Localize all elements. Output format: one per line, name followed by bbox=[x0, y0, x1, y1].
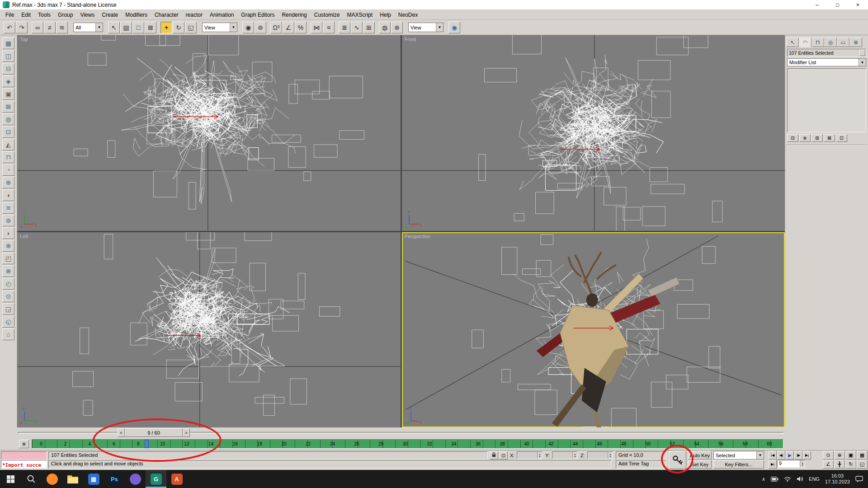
remove-modifier-icon[interactable]: ⊠ bbox=[824, 134, 835, 142]
spinner-icon[interactable]: ▴▾ bbox=[572, 452, 577, 459]
reactor-water-icon[interactable]: ≋ bbox=[2, 202, 14, 214]
tab-modify[interactable]: ◠ bbox=[799, 38, 811, 47]
menu-character[interactable]: Character bbox=[151, 11, 182, 19]
taskbar-photoshop-icon[interactable]: Ps bbox=[104, 470, 125, 488]
chevron-down-icon[interactable]: ▼ bbox=[95, 23, 103, 32]
material-editor-icon[interactable]: ◍ bbox=[379, 22, 391, 33]
reactor-linear-dashpot-icon[interactable]: ⊡ bbox=[2, 126, 14, 138]
network-icon[interactable] bbox=[784, 476, 791, 482]
configure-modifier-sets-icon[interactable]: ⊡ bbox=[836, 134, 847, 142]
menu-maxscript[interactable]: MAXScript bbox=[343, 11, 376, 19]
clock[interactable]: 16:03 17.10.2023 bbox=[825, 473, 850, 485]
current-frame-input[interactable]: 9 ▴▾ bbox=[777, 460, 805, 468]
reactor-toy-car-icon[interactable]: ⊛ bbox=[2, 177, 14, 188]
spinner-icon[interactable]: ▴▾ bbox=[537, 452, 542, 459]
viewport-left[interactable]: Left z y x bbox=[17, 232, 401, 428]
viewport-perspective[interactable]: Perspective z x y bbox=[402, 232, 785, 428]
mirror-icon[interactable]: ⋈ bbox=[311, 22, 322, 33]
absolute-offset-toggle-icon[interactable]: ⊡ bbox=[499, 451, 508, 460]
key-mode-toggle-icon[interactable]: ▶| bbox=[769, 460, 777, 469]
unlink-selection-icon[interactable]: ≠ bbox=[44, 22, 56, 33]
taskbar-3dsmax-icon[interactable]: G bbox=[146, 470, 166, 488]
spinner-icon[interactable]: ▴▾ bbox=[608, 452, 613, 459]
tab-motion[interactable]: ◎ bbox=[824, 38, 837, 47]
arc-rotate-icon[interactable]: ↻ bbox=[845, 460, 856, 469]
maxscript-mini-listener-macro[interactable] bbox=[1, 451, 47, 460]
reactor-soft-body-collection-icon[interactable]: ⊟ bbox=[2, 63, 14, 75]
render-type-dropdown[interactable]: View▼ bbox=[408, 23, 443, 32]
reactor-plane-icon[interactable]: ⊠ bbox=[2, 101, 14, 113]
select-and-scale-icon[interactable]: ◱ bbox=[185, 22, 197, 33]
angle-snap-icon[interactable]: ∠ bbox=[283, 22, 294, 33]
pan-view-icon[interactable]: ╋ bbox=[834, 460, 845, 469]
x-coordinate-input[interactable]: ▴▾ bbox=[517, 451, 542, 459]
zoom-all-icon[interactable]: ⊕ bbox=[834, 451, 845, 460]
select-and-rotate-icon[interactable]: ↻ bbox=[173, 22, 184, 33]
percent-snap-icon[interactable]: % bbox=[295, 22, 307, 33]
select-and-move-icon[interactable]: + bbox=[160, 22, 172, 33]
add-time-tag-button[interactable]: Add Time Tag bbox=[616, 460, 666, 469]
curve-editor-icon[interactable]: ∿ bbox=[351, 22, 363, 33]
start-button[interactable] bbox=[0, 470, 21, 488]
taskbar-autodesk-app-icon[interactable]: A bbox=[166, 470, 187, 488]
taskbar-media-icon[interactable] bbox=[125, 470, 146, 488]
viewport-front[interactable]: Front z x y bbox=[402, 35, 785, 231]
set-key-button[interactable]: Set Key bbox=[688, 460, 712, 469]
modifier-list-dropdown[interactable]: Modifier List ▼ bbox=[787, 58, 866, 66]
next-frame-button[interactable]: > bbox=[183, 428, 190, 437]
previous-frame-button[interactable]: < bbox=[118, 428, 125, 437]
close-button[interactable]: × bbox=[848, 0, 868, 9]
reactor-spring-icon[interactable]: ◍ bbox=[2, 113, 14, 125]
go-to-start-icon[interactable]: |◀ bbox=[769, 451, 777, 460]
zoom-extents-all-icon[interactable]: ▦ bbox=[857, 451, 868, 460]
reactor-point-path-constraint-icon[interactable]: ⊙ bbox=[2, 291, 14, 302]
select-by-name-icon[interactable]: ▤ bbox=[120, 22, 132, 33]
menu-graph-editors[interactable]: Graph Editors bbox=[237, 11, 278, 19]
spinner-icon[interactable]: ▴▾ bbox=[800, 460, 805, 467]
z-coordinate-input[interactable]: ▴▾ bbox=[587, 451, 613, 459]
menu-file[interactable]: File bbox=[2, 11, 18, 19]
taskbar-firefox-icon[interactable] bbox=[42, 470, 62, 488]
reactor-point-point-constraint-icon[interactable]: ◰ bbox=[2, 253, 14, 264]
snap-toggle-icon[interactable]: Ω³ bbox=[270, 22, 282, 33]
menu-rendering[interactable]: Rendering bbox=[278, 11, 310, 19]
reactor-preview-animation-icon[interactable]: ◲ bbox=[2, 303, 14, 315]
time-slider-handle[interactable]: 9 / 60 bbox=[125, 428, 183, 437]
menu-animation[interactable]: Animation bbox=[206, 11, 237, 19]
menu-reactor[interactable]: reactor bbox=[182, 11, 206, 19]
reactor-motor-icon[interactable]: ⊓ bbox=[2, 151, 14, 163]
reactor-rigid-body-collection-icon[interactable]: ▦ bbox=[2, 38, 14, 49]
menu-modifiers[interactable]: Modifiers bbox=[122, 11, 151, 19]
open-mini-curve-editor-icon[interactable]: ≣ bbox=[19, 440, 29, 448]
menu-create[interactable]: Create bbox=[98, 11, 122, 19]
taskbar-calculator-icon[interactable]: ▦ bbox=[83, 470, 104, 488]
transform-lock-icon[interactable] bbox=[490, 451, 498, 460]
menu-neodex[interactable]: NeoDex bbox=[395, 11, 421, 19]
reactor-prismatic-constraint-icon[interactable]: ⊗ bbox=[2, 265, 14, 277]
reactor-car-wheel-constraint-icon[interactable]: ◴ bbox=[2, 278, 14, 290]
select-object-icon[interactable]: ↖ bbox=[108, 22, 120, 33]
selection-set-dropdown[interactable]: Selected ▼ bbox=[713, 451, 764, 460]
select-and-manipulate-icon[interactable]: ⊚ bbox=[255, 22, 266, 33]
field-of-view-icon[interactable]: ∠ bbox=[823, 460, 834, 469]
action-center-icon[interactable] bbox=[855, 476, 863, 482]
render-scene-icon[interactable]: ⊛ bbox=[391, 22, 403, 33]
chevron-down-icon[interactable]: ▼ bbox=[436, 23, 443, 32]
tab-display[interactable]: ▭ bbox=[837, 38, 849, 47]
reactor-utilities-icon[interactable]: ⌂ bbox=[2, 328, 14, 340]
maxscript-mini-listener-output[interactable]: *Import succe bbox=[1, 460, 47, 469]
reference-coordinate-dropdown[interactable]: View▼ bbox=[202, 23, 237, 32]
selection-filter-dropdown[interactable]: All▼ bbox=[73, 23, 103, 32]
chevron-down-icon[interactable]: ▼ bbox=[859, 59, 866, 66]
previous-frame-icon[interactable]: ◀| bbox=[777, 451, 785, 460]
min-max-toggle-icon[interactable]: ◱ bbox=[857, 460, 868, 469]
menu-customize[interactable]: Customize bbox=[311, 11, 344, 19]
menu-group[interactable]: Group bbox=[54, 11, 76, 19]
battery-icon[interactable] bbox=[771, 477, 778, 482]
tab-create[interactable]: ↖ bbox=[786, 38, 799, 47]
chevron-down-icon[interactable]: ▼ bbox=[756, 451, 764, 459]
viewport-label-left[interactable]: Left bbox=[20, 234, 28, 239]
reactor-constraint-solver-icon[interactable]: ⊚ bbox=[2, 215, 14, 226]
go-to-end-icon[interactable]: ▶| bbox=[803, 451, 811, 460]
reactor-fracture-icon[interactable]: ◖ bbox=[2, 189, 14, 201]
